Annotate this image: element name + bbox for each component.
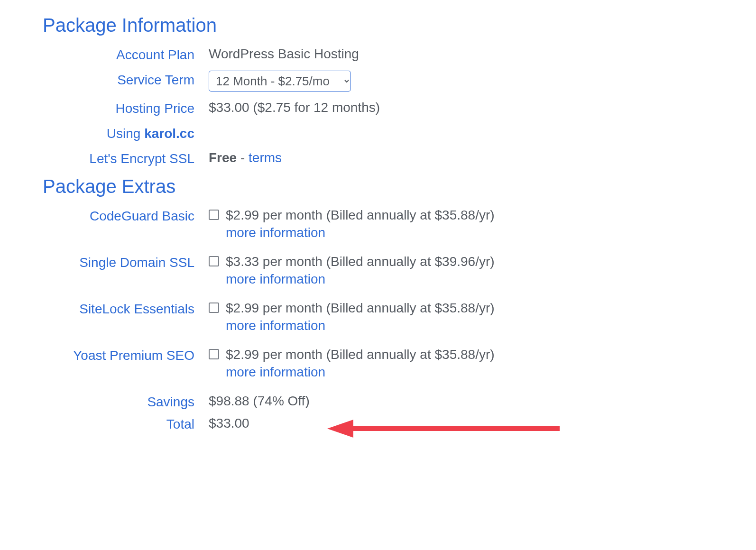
account-plan-label: Account Plan — [43, 46, 209, 63]
extra-checkbox-codeguard[interactable] — [209, 210, 219, 220]
package-extras-heading: Package Extras — [43, 174, 713, 198]
savings-value: $98.88 (74% Off) — [209, 393, 713, 409]
service-term-label: Service Term — [43, 71, 209, 88]
extra-price-single-ssl: $3.33 per month (Billed annually at $39.… — [226, 254, 495, 269]
package-information-heading: Package Information — [43, 13, 713, 37]
service-term-select[interactable]: 12 Month - $2.75/mo — [209, 71, 351, 92]
using-domain-label: Using karol.cc — [43, 124, 209, 142]
ssl-value: Free - terms — [209, 149, 713, 166]
extra-checkbox-sitelock[interactable] — [209, 302, 219, 313]
extra-price-yoast: $2.99 per month (Billed annually at $35.… — [226, 347, 495, 362]
extra-price-sitelock: $2.99 per month (Billed annually at $35.… — [226, 301, 495, 315]
more-info-link-single-ssl[interactable]: more information — [226, 271, 495, 287]
extra-price-codeguard: $2.99 per month (Billed annually at $35.… — [226, 208, 495, 222]
savings-label: Savings — [43, 393, 209, 410]
more-info-link-yoast[interactable]: more information — [226, 364, 495, 380]
total-label: Total — [43, 415, 209, 432]
extra-label-yoast: Yoast Premium SEO — [43, 346, 209, 364]
using-domain-name: karol.cc — [144, 126, 194, 141]
extra-label-single-ssl: Single Domain SSL — [43, 253, 209, 271]
extra-checkbox-single-ssl[interactable] — [209, 256, 219, 266]
ssl-terms-link[interactable]: terms — [249, 150, 282, 165]
hosting-price-label: Hosting Price — [43, 99, 209, 117]
extra-checkbox-yoast[interactable] — [209, 349, 219, 359]
ssl-separator: - — [237, 150, 249, 165]
account-plan-value: WordPress Basic Hosting — [209, 46, 713, 62]
total-value: $33.00 — [209, 415, 713, 431]
more-info-link-sitelock[interactable]: more information — [226, 317, 495, 334]
using-prefix: Using — [107, 126, 144, 141]
extra-label-codeguard: CodeGuard Basic — [43, 207, 209, 224]
more-info-link-codeguard[interactable]: more information — [226, 224, 495, 241]
hosting-price-value: $33.00 ($2.75 for 12 months) — [209, 99, 713, 116]
ssl-free-text: Free — [209, 150, 237, 165]
ssl-label: Let's Encrypt SSL — [43, 149, 209, 167]
extra-label-sitelock: SiteLock Essentials — [43, 300, 209, 317]
